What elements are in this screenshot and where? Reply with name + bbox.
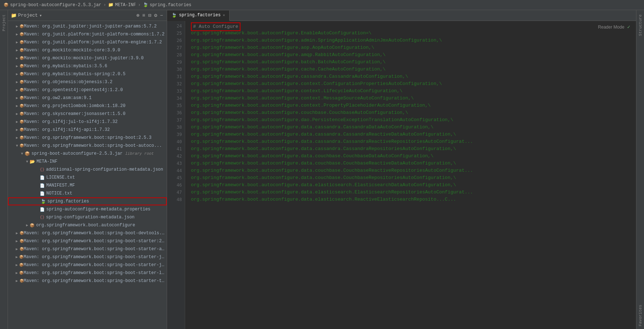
maven-icon: 📦 xyxy=(19,271,24,275)
arrow-icon: ▶ xyxy=(14,56,20,60)
code-line-41: org.springframework.boot.autoconfigure.d… xyxy=(191,145,636,153)
maven-icon: 📦 xyxy=(20,144,24,148)
tree-label: Maven: org.skyscreamer:jsonassert:1.5.0 xyxy=(24,111,125,116)
tree-item-13[interactable]: ▶ 📦 Maven: org.slf4j:jul-to-slf4j:1.7.32 xyxy=(8,118,167,126)
code-text: org.springframework.boot.autoconfigure.b… xyxy=(191,59,385,65)
tab-bar: 🍃 spring.factories ✕ xyxy=(167,10,636,21)
tree-label: spring-configuration-metadata.json xyxy=(46,215,135,220)
code-text: org.springframework.boot.autoconfigure.d… xyxy=(191,117,453,123)
tree-item-12[interactable]: ▶ 📦 Maven: org.skyscreamer:jsonassert:1.… xyxy=(8,110,167,118)
code-text: org.springframework.boot.autoconfigure.d… xyxy=(191,168,473,173)
maven-icon: 📦 xyxy=(20,48,24,52)
arrow-icon: ▶ xyxy=(14,96,20,100)
tree-item-18[interactable]: ▼ 📂 META-INF xyxy=(8,158,167,166)
tree-item-10[interactable]: ▶ 📦 Maven: org.ow2.asm:asm:9.1 xyxy=(8,94,167,102)
tree-item-2[interactable]: ▶ 📦 Maven: org.junit.platform:junit-plat… xyxy=(8,30,167,38)
arrow-icon: ▶ xyxy=(14,64,20,68)
maven-icon: 📦 xyxy=(20,112,24,116)
tree-item-spring-factories[interactable]: 🍃 spring.factories xyxy=(8,197,167,205)
tree-label: Maven: org.springframework.boot:spring-b… xyxy=(24,247,165,252)
tree-item-5[interactable]: ▶ 📦 Maven: org.mockito:mockito-junit-jup… xyxy=(8,54,167,62)
expand-icon[interactable]: ⊟ xyxy=(148,12,152,19)
tree-item-6[interactable]: ▶ 📦 Maven: org.mybatis:mybatis:3.5.6 xyxy=(8,62,167,70)
vtab-project[interactable]: Project xyxy=(1,12,7,34)
collapse-icon[interactable]: ≡ xyxy=(141,12,146,19)
code-line-43: org.springframework.boot.autoconfigure.d… xyxy=(191,160,636,167)
arrow-icon: ▶ xyxy=(14,40,20,44)
text-icon: 📄 xyxy=(40,191,45,196)
tree-item-17[interactable]: ▼ 📦 spring-boot-autoconfigure-2.5.3.jar … xyxy=(8,150,167,158)
tree-label: Maven: org.junit.platform:junit-platform… xyxy=(24,40,162,45)
code-line-31: org.springframework.boot.autoconfigure.c… xyxy=(191,73,636,80)
arrow-icon: ▶ xyxy=(14,263,19,267)
text-icon: 📄 xyxy=(40,175,45,180)
maven-icon: 📦 xyxy=(20,96,24,100)
tree-item-9[interactable]: ▶ 📦 Maven: org.opentest4j:opentest4j:1.2… xyxy=(8,86,167,94)
tree-item-1[interactable]: ▶ 📦 Maven: org.junit.jupiter:junit-jupit… xyxy=(8,22,167,30)
code-line-30: org.springframework.boot.autoconfigure.c… xyxy=(191,66,636,73)
tree-item-32[interactable]: ▶ 📦 Maven: org.springframework.boot:spri… xyxy=(8,269,167,277)
tree-item-26[interactable]: ▶ 📦 org.springframework.boot.autoconfigu… xyxy=(8,221,167,229)
arrow-icon: ▶ xyxy=(14,88,20,92)
code-line-45: org.springframework.boot.autoconfigure.d… xyxy=(191,174,636,181)
code-text: org.springframework.boot.autoconfigure.d… xyxy=(191,153,434,159)
tree-item-27[interactable]: ▶ 📦 Maven: org.springframework.boot:spri… xyxy=(8,229,167,237)
tree-item-11[interactable]: ▶ 📦 Maven: org.projectlombok:lombok:1.18… xyxy=(8,102,167,110)
maven-icon: 📦 xyxy=(20,64,24,68)
tree-label: org.springframework.boot.autoconfigure xyxy=(36,223,135,228)
tree-item-8[interactable]: ▶ 📦 Maven: org.objenesis:objenesis:3.2 xyxy=(8,78,167,86)
maven-icon: 📦 xyxy=(20,32,24,37)
code-area[interactable]: # Auto Configure org.springframework.boo… xyxy=(185,21,636,329)
tree-item-22[interactable]: 📄 NOTICE.txt xyxy=(8,189,167,197)
tab-label: spring.factories xyxy=(179,13,221,18)
tree-item-24[interactable]: 📄 spring-autoconfigure-metadata.properti… xyxy=(8,205,167,213)
tree-item-14[interactable]: ▶ 📦 Maven: org.slf4j:slf4j-api:1.7.32 xyxy=(8,126,167,134)
tree-label: NOTICE.txt xyxy=(46,191,72,196)
vtab-favorites[interactable]: Favorites xyxy=(637,302,644,329)
code-line-39: org.springframework.boot.autoconfigure.d… xyxy=(191,131,636,138)
breadcrumb-sep1: › xyxy=(103,3,106,8)
arrow-icon: ▶ xyxy=(14,136,20,140)
tab-close-btn[interactable]: ✕ xyxy=(223,13,225,17)
tab-spring-factories[interactable]: 🍃 spring.factories ✕ xyxy=(167,10,230,21)
locate-icon[interactable]: ⊕ xyxy=(136,12,140,19)
editor-panel: 🍃 spring.factories ✕ Reader Mode ✓ 24 25… xyxy=(167,10,636,329)
reader-mode-check-icon[interactable]: ✓ xyxy=(627,24,630,30)
tree-item-21[interactable]: 📄 MANIFEST.MF xyxy=(8,181,167,189)
maven-icon: 📦 xyxy=(20,128,24,132)
tree-label: Maven: org.springframework.boot:spring-b… xyxy=(24,143,162,148)
folder-icon: 📂 xyxy=(30,159,35,164)
code-text: org.springframework.boot.autoconfigure.d… xyxy=(191,182,456,188)
vtab-structure[interactable]: Structure xyxy=(637,12,644,39)
tree-item-3[interactable]: ▶ 📦 Maven: org.junit.platform:junit-plat… xyxy=(8,38,167,46)
tree-item-29[interactable]: ▶ 📦 Maven: org.springframework.boot:spri… xyxy=(8,245,167,253)
sidebar-dropdown-icon[interactable]: ▾ xyxy=(39,13,42,18)
tree-item-25[interactable]: {} spring-configuration-metadata.json xyxy=(8,213,167,221)
tree-item-31[interactable]: ▶ 📦 Maven: org.springframework.boot:spri… xyxy=(8,261,167,269)
tree-label: Maven: org.slf4j:slf4j-api:1.7.32 xyxy=(24,127,110,132)
code-line-44: org.springframework.boot.autoconfigure.d… xyxy=(191,167,636,174)
tree-item-33[interactable]: ▶ 📦 Maven: org.springframework.boot:spri… xyxy=(8,277,167,285)
tree-label: Maven: org.springframework.boot:spring-b… xyxy=(24,135,152,140)
jar-icon: 📦 xyxy=(25,151,30,157)
arrow-icon: ▶ xyxy=(14,255,19,259)
code-text: org.springframework.boot.autoconfigure.d… xyxy=(191,161,456,166)
code-line-34: org.springframework.boot.autoconfigure.c… xyxy=(191,95,636,102)
code-line-36: org.springframework.boot.autoconfigure.c… xyxy=(191,109,636,116)
settings-icon[interactable]: ⚙ xyxy=(153,12,158,19)
arrow-icon: ▶ xyxy=(14,120,20,124)
close-sidebar-icon[interactable]: − xyxy=(159,12,164,19)
code-line-26: org.springframework.boot.autoconfigure.a… xyxy=(191,37,636,44)
tree-item-15[interactable]: ▶ 📦 Maven: org.springframework.boot:spri… xyxy=(8,134,167,142)
tree-item-30[interactable]: ▶ 📦 Maven: org.springframework.boot:spri… xyxy=(8,253,167,261)
tree-item-28[interactable]: ▶ 📦 Maven: org.springframework.boot:spri… xyxy=(8,237,167,245)
code-text: org.springframework.boot.autoconfigure.a… xyxy=(191,52,385,57)
maven-icon: 📦 xyxy=(20,40,24,44)
tree-item-7[interactable]: ▶ 📦 Maven: org.mybatis:mybatis-spring:2.… xyxy=(8,70,167,78)
tree-item-4[interactable]: ▶ 📦 Maven: org.mockito:mockito-core:3.9.… xyxy=(8,46,167,54)
tree-item-20[interactable]: 📄 LICENSE.txt xyxy=(8,174,167,181)
tree-item-16[interactable]: ▼ 📦 Maven: org.springframework.boot:spri… xyxy=(8,142,167,150)
sidebar: 📁 Project ▾ ⊕ ≡ ⊟ ⚙ − ▶ 📦 Maven: org.jun… xyxy=(8,10,167,329)
tree-item-19[interactable]: {} additional-spring-configuration-metad… xyxy=(8,166,167,174)
title-jar: spring-boot-autoconfigure-2.5.3.jar xyxy=(10,3,101,8)
